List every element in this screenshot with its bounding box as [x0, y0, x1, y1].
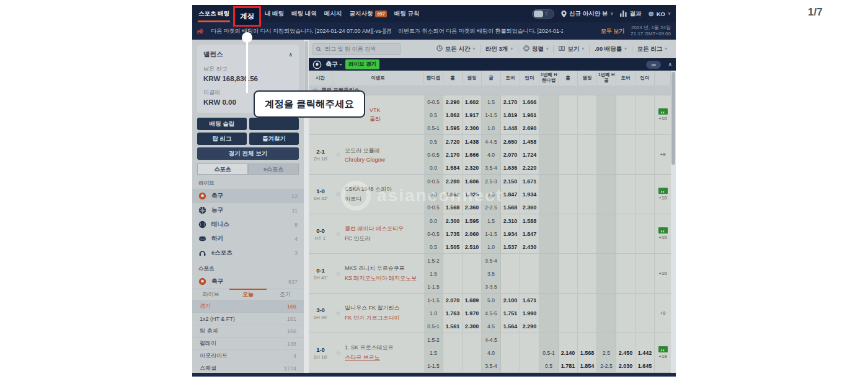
odds-cell[interactable]: 2.220 — [520, 161, 539, 174]
top-league-button[interactable]: 탑 리그 — [197, 133, 247, 145]
favorites-button[interactable]: 즐겨찾기 — [249, 133, 299, 145]
odds-cell[interactable]: 2.720 — [443, 135, 463, 148]
odds-cell[interactable]: 1.666 — [520, 95, 539, 108]
match-event[interactable]: ☆1. SK 프로스테요프스타르 브르노 — [332, 333, 424, 372]
market-item-팀 총계[interactable]: 팀 총계166 — [192, 325, 304, 338]
market-item-1x2 (HT & FT)[interactable]: 1x2 (HT & FT)161 — [192, 313, 304, 325]
collapse-chevron-icon[interactable]: ∧ — [668, 61, 672, 68]
odds-cell[interactable]: 2.360 — [463, 201, 482, 214]
subtab-라이브[interactable]: 라이브 — [192, 289, 229, 300]
odds-cell[interactable]: 1.636 — [501, 161, 520, 174]
match-event[interactable]: ☆빌니우스 FK 잘기리스FK 반가 가르그즈다이 — [332, 294, 424, 333]
subtab-조기[interactable]: 조기 — [267, 289, 304, 300]
odds-cell[interactable]: 1.595 — [443, 121, 463, 134]
sidebar-item-e스포츠[interactable]: e스포츠3 — [192, 246, 304, 260]
filter-정렬[interactable]: 정렬▾ — [518, 45, 554, 53]
odds-cell[interactable]: 1.595 — [463, 214, 482, 227]
odds-cell[interactable]: 1.458 — [520, 135, 539, 148]
results-link[interactable]: 결과 — [620, 10, 641, 18]
odds-cell[interactable]: 1.537 — [501, 240, 520, 253]
search-input[interactable] — [324, 45, 397, 53]
market-item-아웃라이트[interactable]: 아웃라이트4 — [192, 350, 304, 362]
filter-보기[interactable]: 보기▾ — [553, 45, 589, 53]
favorite-star-icon[interactable]: ☆ — [335, 231, 341, 237]
sidebar-item-soccer-today[interactable]: 축구637 — [192, 274, 304, 289]
odds-cell[interactable]: 2.140 — [559, 346, 578, 359]
odds-cell[interactable]: 1.671 — [520, 175, 539, 188]
match-extra[interactable]: +10 — [655, 95, 671, 134]
bet-slip-button[interactable]: 배팅 슬립 — [197, 118, 247, 130]
sidebar-item-농구[interactable]: 농구11 — [192, 203, 304, 217]
odds-cell[interactable]: 1.588 — [520, 214, 539, 227]
odds-cell[interactable]: 2.070 — [443, 294, 463, 307]
odds-cell[interactable]: 1.917 — [463, 108, 482, 121]
covered-button[interactable] — [249, 118, 299, 130]
odds-cell[interactable]: 2.510 — [463, 240, 482, 253]
odds-cell[interactable]: 2.430 — [520, 240, 539, 253]
odds-cell[interactable]: 1.862 — [443, 188, 463, 201]
odds-cell[interactable]: 1.990 — [520, 307, 539, 320]
filter-라인 3개[interactable]: 라인 3개▾ — [480, 45, 518, 53]
match-extra[interactable]: +9 — [655, 294, 671, 333]
market-item-팔레이[interactable]: 팔레이138 — [192, 338, 304, 350]
odds-cell[interactable]: 2.060 — [463, 227, 482, 240]
odds-cell[interactable]: 2.650 — [501, 135, 520, 148]
odds-cell[interactable]: 2.170 — [501, 95, 520, 108]
filter-모든 시간[interactable]: 모든 시간▾ — [432, 45, 480, 53]
odds-cell[interactable]: 2.300 — [463, 320, 482, 333]
odds-cell[interactable]: 1.671 — [520, 294, 539, 307]
match-event[interactable]: ☆CSKA 1948 소피아아르다 — [332, 175, 424, 214]
odds-cell[interactable]: 1.934 — [501, 227, 520, 240]
favorite-star-icon[interactable]: ☆ — [335, 152, 341, 158]
odds-cell[interactable]: 1.689 — [463, 294, 482, 307]
scrollbar-thumb[interactable] — [304, 41, 308, 93]
tab-esports[interactable]: e스포츠 — [248, 164, 299, 175]
odds-cell[interactable]: 1.568 — [501, 201, 520, 214]
odds-cell[interactable]: 1.781 — [559, 359, 578, 372]
nav-item-배팅 내역[interactable]: 배팅 내역 — [288, 5, 321, 22]
sidebar-item-테니스[interactable]: 테니스8 — [192, 217, 304, 232]
odds-cell[interactable]: 2.310 — [501, 214, 520, 227]
odds-cell[interactable]: 1.568 — [578, 346, 597, 359]
odds-cell[interactable]: 1.602 — [463, 95, 482, 108]
odds-cell[interactable]: 1.763 — [443, 307, 463, 320]
odds-cell[interactable]: 1.961 — [520, 108, 539, 121]
match-event[interactable]: ☆오도라 오플레Chrobry Glogow — [332, 135, 424, 174]
nav-item-스포츠 배팅[interactable]: 스포츠 배팅 — [195, 5, 233, 22]
odds-cell[interactable]: 2.170 — [443, 148, 463, 161]
market-item-경기[interactable]: 경기166 — [192, 300, 304, 313]
infinity-button[interactable]: ∞ — [646, 61, 661, 69]
nav-item-배팅 규칙[interactable]: 배팅 규칙 — [391, 5, 423, 22]
filter-.00 배당률[interactable]: .00 배당률▾ — [589, 45, 632, 53]
language-selector[interactable]: ⊕ KO ∨ — [648, 11, 671, 17]
odds-cell[interactable]: 1.735 — [443, 227, 463, 240]
nav-item-메시지[interactable]: 메시지 — [321, 5, 346, 22]
odds-cell[interactable]: 2.690 — [520, 121, 539, 134]
odds-cell[interactable]: 2.280 — [443, 175, 463, 188]
odds-cell[interactable]: 2.320 — [463, 161, 482, 174]
favorite-star-icon[interactable]: ☆ — [335, 271, 341, 277]
view-all-games-button[interactable]: 경기 전체 보기 — [197, 147, 299, 160]
match-extra[interactable]: +10 — [655, 214, 671, 253]
odds-cell[interactable]: 1.564 — [501, 320, 520, 333]
odds-cell[interactable]: 2.290 — [520, 320, 539, 333]
odds-cell[interactable]: 1.666 — [463, 148, 482, 161]
odds-cell[interactable]: 1.561 — [443, 320, 463, 333]
subtab-오늘[interactable]: 오늘 — [229, 289, 267, 300]
view-all-link[interactable]: 모두 보기 — [601, 27, 625, 35]
odds-cell[interactable]: 1.925 — [463, 188, 482, 201]
search-box[interactable] — [312, 43, 401, 55]
odds-cell[interactable]: 2.290 — [443, 95, 463, 108]
favorite-star-icon[interactable]: ☆ — [335, 350, 341, 356]
odds-cell[interactable]: 1.606 — [463, 175, 482, 188]
odds-cell[interactable]: 1.847 — [501, 188, 520, 201]
favorite-star-icon[interactable]: ☆ — [335, 310, 341, 316]
odds-cell[interactable]: 1.505 — [443, 240, 463, 253]
nav-item-계정[interactable]: 계정 — [233, 6, 261, 27]
odds-cell[interactable]: 1.970 — [463, 307, 482, 320]
collapse-chevron-icon[interactable]: ∧ — [288, 51, 293, 58]
odds-cell[interactable]: 1.584 — [443, 161, 463, 174]
nav-item-공지사항[interactable]: 공지사항697 — [345, 5, 391, 22]
odds-cell[interactable]: 1.724 — [520, 148, 539, 161]
odds-cell[interactable]: 2.070 — [501, 148, 520, 161]
